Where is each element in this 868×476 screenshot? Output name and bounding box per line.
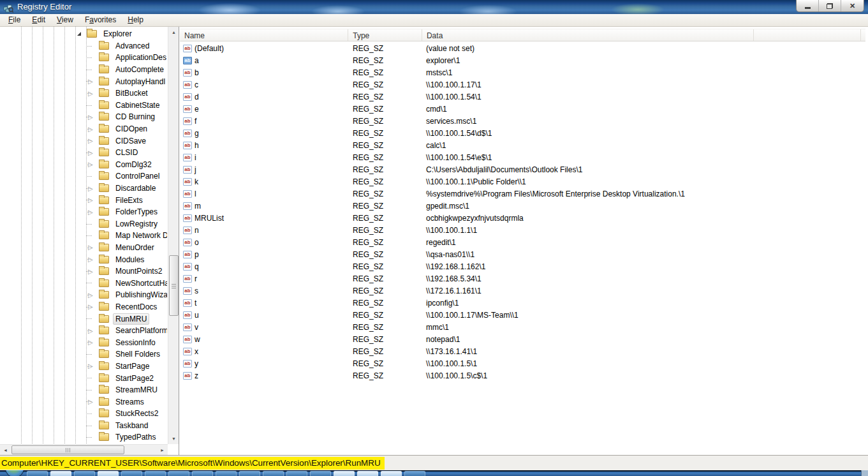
taskbar-button[interactable]	[404, 471, 425, 476]
scroll-right-icon[interactable]: ►	[157, 445, 168, 455]
taskbar-button[interactable]	[121, 471, 142, 476]
expand-arrow-icon[interactable]: ▷	[88, 137, 99, 144]
close-button[interactable]: ✕	[841, 0, 864, 11]
minimize-button[interactable]	[797, 0, 819, 11]
tree-vertical-scrollbar[interactable]: ▲ ▼	[168, 27, 179, 444]
tree-item-autocomplete[interactable]: AutoComplete	[0, 64, 167, 76]
tree-horizontal-scrollbar[interactable]: ◄ ►	[0, 444, 168, 455]
tree-item-discardable[interactable]: ▷Discardable	[0, 182, 167, 195]
expand-arrow-icon[interactable]: ▷	[88, 303, 99, 310]
tree-item-autoplayhandl[interactable]: ▷AutoplayHandl	[0, 75, 167, 87]
expand-arrow-icon[interactable]: ▷	[88, 209, 99, 216]
start-orb-icon[interactable]	[5, 470, 24, 476]
menu-help[interactable]: Help	[122, 14, 149, 26]
value-row-z[interactable]: abzREG_SZ\\100.100.1.5\c$\1	[180, 370, 865, 382]
value-row-s[interactable]: absREG_SZ\\172.16.1.161\1	[180, 285, 865, 297]
tree-item-stuckrects2[interactable]: StuckRects2	[0, 408, 167, 420]
tree-item-recentdocs[interactable]: ▷RecentDocs	[0, 301, 167, 313]
tree-item-bitbucket[interactable]: ▷BitBucket	[0, 87, 167, 100]
value-row-r[interactable]: abrREG_SZ\\192.168.5.34\1	[180, 273, 865, 285]
taskbar-button[interactable]	[263, 471, 284, 476]
value-row-n[interactable]: abnREG_SZ\\100.100.1.1\1	[180, 225, 865, 237]
value-row-k[interactable]: abkREG_SZ\\100.100.1.1\Public Folder\\1	[180, 176, 865, 188]
taskbar-button[interactable]	[239, 471, 260, 476]
value-row-w[interactable]: abwREG_SZnotepad\1	[180, 334, 865, 346]
tree-item-fileexts[interactable]: ▷FileExts	[0, 194, 167, 206]
tree-item-startpage2[interactable]: StartPage2	[0, 372, 167, 384]
value-row-f[interactable]: abfREG_SZservices.msc\1	[180, 115, 865, 128]
value-row-e[interactable]: abeREG_SZcmd\1	[180, 103, 865, 115]
expand-arrow-icon[interactable]: ▷	[88, 161, 99, 168]
tree-item-mountpoints2[interactable]: ▷MountPoints2	[0, 265, 167, 278]
expand-arrow-icon[interactable]: ▷	[88, 398, 99, 405]
expand-arrow-icon[interactable]: ▷	[88, 114, 99, 121]
value-row-o[interactable]: aboREG_SZregedit\1	[180, 237, 865, 249]
taskbar-button[interactable]	[357, 471, 378, 476]
column-header-name[interactable]: Name	[180, 29, 348, 41]
tree-item-foldertypes[interactable]: ▷FolderTypes	[0, 206, 167, 218]
tree-item-searchplatform[interactable]: ▷SearchPlatform	[0, 325, 167, 337]
tree-item-clsid[interactable]: ▷CLSID	[0, 147, 167, 159]
tree-item-runmru[interactable]: RunMRU	[0, 313, 167, 325]
tree-item-streams[interactable]: ▷Streams	[0, 396, 167, 408]
taskbar-button[interactable]	[381, 471, 402, 476]
tree-item-applicationdes[interactable]: ApplicationDes	[0, 52, 167, 64]
expand-arrow-icon[interactable]: ▷	[88, 327, 99, 334]
value-row-d[interactable]: abdREG_SZ\\100.100.1.54\1	[180, 91, 865, 103]
value-row-i[interactable]: abiREG_SZ\\100.100.1.54\e$\1	[180, 152, 865, 164]
taskbar-button[interactable]	[334, 471, 355, 476]
value-row-t[interactable]: abtREG_SZipconfig\1	[180, 297, 865, 309]
scroll-down-icon[interactable]: ▼	[168, 433, 179, 444]
menu-edit[interactable]: Edit	[26, 14, 51, 26]
taskbar-button[interactable]	[98, 471, 119, 476]
tree-item-taskband[interactable]: Taskband	[0, 420, 167, 432]
column-header-data[interactable]: Data	[422, 29, 754, 41]
taskbar-button[interactable]	[216, 471, 237, 476]
vertical-scroll-thumb[interactable]	[169, 255, 179, 316]
menu-view[interactable]: View	[51, 14, 79, 26]
show-desktop-button[interactable]	[861, 470, 868, 476]
tree-item-typedpaths[interactable]: TypedPaths	[0, 431, 167, 443]
tree-item-advanced[interactable]: Advanced	[0, 40, 167, 52]
tree-item-cd-burning[interactable]: ▷CD Burning	[0, 111, 167, 123]
collapse-arrow-icon[interactable]	[76, 32, 87, 36]
tree-item-publishingwiza[interactable]: ▷PublishingWiza	[0, 289, 167, 301]
horizontal-scroll-thumb[interactable]	[11, 445, 124, 454]
expand-arrow-icon[interactable]: ▷	[88, 149, 99, 156]
taskbar-button[interactable]	[50, 471, 71, 476]
value-row-g[interactable]: abgREG_SZ\\100.100.1.54\d$\1	[180, 128, 865, 140]
value-row-v[interactable]: abvREG_SZmmc\1	[180, 322, 865, 334]
expand-arrow-icon[interactable]: ▷	[88, 244, 99, 251]
value-row-l[interactable]: ablREG_SZ%systemdrive%\Program Files\Mic…	[180, 188, 865, 200]
expand-arrow-icon[interactable]: ▷	[88, 292, 99, 299]
tree-item-explorer[interactable]: Explorer	[0, 28, 167, 40]
value-row-b[interactable]: abbREG_SZmstsc\1	[180, 67, 865, 79]
expand-arrow-icon[interactable]: ▷	[88, 78, 99, 85]
value-row-a[interactable]: abaREG_SZexplorer\1	[180, 55, 865, 67]
value-row-default[interactable]: ab(Default)REG_SZ(value not set)	[180, 43, 865, 55]
taskbar-button[interactable]	[168, 471, 189, 476]
taskbar[interactable]	[0, 470, 868, 476]
expand-arrow-icon[interactable]: ▷	[88, 185, 99, 192]
value-row-x[interactable]: abxREG_SZ\\173.16.1.41\1	[180, 346, 865, 358]
expand-arrow-icon[interactable]: ▷	[88, 90, 99, 97]
value-row-c[interactable]: abcREG_SZ\\100.100.1.17\1	[180, 79, 865, 91]
value-row-y[interactable]: abyREG_SZ\\100.100.1.5\1	[180, 358, 865, 370]
expand-arrow-icon[interactable]: ▷	[88, 197, 99, 204]
scroll-up-icon[interactable]: ▲	[168, 27, 179, 38]
tree-item-modules[interactable]: ▷Modules	[0, 253, 167, 265]
titlebar[interactable]: Registry Editor ✕	[0, 0, 868, 14]
taskbar-button[interactable]	[286, 471, 307, 476]
taskbar-button[interactable]	[27, 471, 48, 476]
tree-item-controlpanel[interactable]: ControlPanel	[0, 170, 167, 182]
tree-item-menuorder[interactable]: ▷MenuOrder	[0, 242, 167, 254]
tree-item-sessioninfo[interactable]: ▷SessionInfo	[0, 336, 167, 348]
expand-arrow-icon[interactable]: ▷	[88, 339, 99, 346]
tree-item-comdlg32[interactable]: ▷ComDlg32	[0, 159, 167, 171]
value-row-p[interactable]: abpREG_SZ\\qsa-nas01\\1	[180, 249, 865, 261]
expand-arrow-icon[interactable]: ▷	[88, 256, 99, 263]
tree-item-streammru[interactable]: StreamMRU	[0, 384, 167, 396]
expand-arrow-icon[interactable]: ▷	[88, 362, 99, 369]
value-row-mrulist[interactable]: abMRUListREG_SZocbhigkwpezyxfnjvutsdqrml…	[180, 212, 865, 225]
restore-button[interactable]	[819, 0, 841, 11]
